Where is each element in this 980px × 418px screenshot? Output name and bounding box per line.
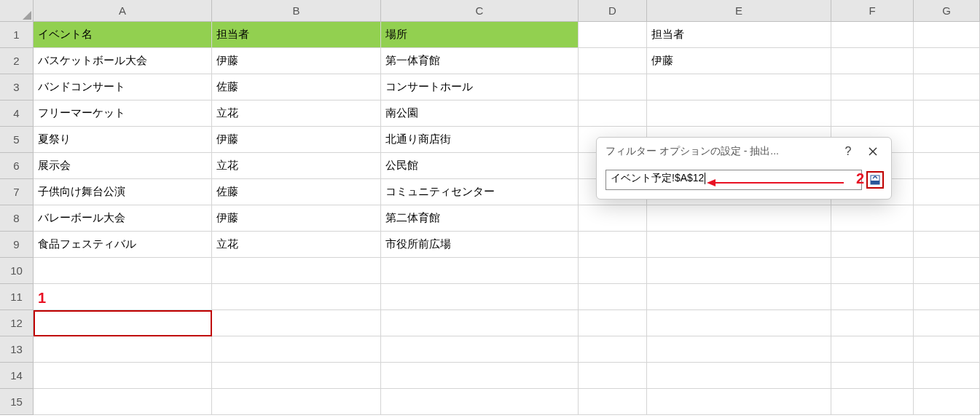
column-header-D[interactable]: D: [579, 0, 647, 22]
cell[interactable]: 立花: [212, 232, 381, 258]
row-header-12[interactable]: 12: [0, 310, 34, 336]
cell[interactable]: [831, 205, 914, 232]
cell[interactable]: [647, 389, 831, 415]
cell[interactable]: [647, 310, 831, 336]
cell[interactable]: フリーマーケット: [34, 100, 212, 127]
cell[interactable]: [914, 48, 980, 74]
row-header-2[interactable]: 2: [0, 48, 34, 74]
cell[interactable]: [381, 336, 579, 363]
cell[interactable]: [212, 310, 381, 336]
cell[interactable]: [579, 100, 647, 127]
cell[interactable]: [647, 205, 831, 232]
cell[interactable]: [212, 284, 381, 310]
cell[interactable]: [212, 336, 381, 363]
cell[interactable]: [579, 232, 647, 258]
cell[interactable]: [381, 284, 579, 310]
cell[interactable]: コンサートホール: [381, 74, 579, 100]
cell[interactable]: [831, 310, 914, 336]
cell[interactable]: [381, 310, 579, 336]
cell[interactable]: [831, 74, 914, 100]
cell[interactable]: [34, 336, 212, 363]
cell[interactable]: [914, 205, 980, 232]
cell[interactable]: バスケットボール大会: [34, 48, 212, 74]
cell[interactable]: [831, 336, 914, 363]
cell[interactable]: 立花: [212, 100, 381, 127]
row-header-6[interactable]: 6: [0, 153, 34, 179]
cell[interactable]: [212, 389, 381, 415]
row-header-1[interactable]: 1: [0, 22, 34, 48]
column-header-A[interactable]: A: [34, 0, 212, 22]
cell[interactable]: [34, 363, 212, 389]
cell[interactable]: [914, 127, 980, 153]
cell[interactable]: [212, 363, 381, 389]
cell[interactable]: [831, 100, 914, 127]
cell[interactable]: [579, 310, 647, 336]
cell[interactable]: 立花: [212, 153, 381, 179]
cell[interactable]: [831, 48, 914, 74]
cell[interactable]: [34, 310, 212, 336]
cell[interactable]: [579, 22, 647, 48]
cell[interactable]: [579, 336, 647, 363]
row-header-7[interactable]: 7: [0, 179, 34, 205]
row-header-13[interactable]: 13: [0, 336, 34, 363]
cell[interactable]: 夏祭り: [34, 127, 212, 153]
cell[interactable]: [579, 48, 647, 74]
cell[interactable]: [914, 74, 980, 100]
cell[interactable]: [914, 310, 980, 336]
cell[interactable]: [579, 205, 647, 232]
cell[interactable]: [831, 363, 914, 389]
cell[interactable]: 北通り商店街: [381, 127, 579, 153]
cell[interactable]: 展示会: [34, 153, 212, 179]
cell[interactable]: 佐藤: [212, 179, 381, 205]
cell[interactable]: [914, 336, 980, 363]
cell[interactable]: 場所: [381, 22, 579, 48]
cell[interactable]: [831, 258, 914, 284]
cell[interactable]: 伊藤: [212, 205, 381, 232]
cell[interactable]: [212, 258, 381, 284]
cell[interactable]: 伊藤: [212, 127, 381, 153]
cell[interactable]: 公民館: [381, 153, 579, 179]
row-header-5[interactable]: 5: [0, 127, 34, 153]
close-button[interactable]: [861, 141, 885, 162]
expand-dialog-button[interactable]: [866, 171, 884, 189]
cell[interactable]: 伊藤: [212, 48, 381, 74]
cell[interactable]: コミュニティセンター: [381, 179, 579, 205]
cell[interactable]: [647, 284, 831, 310]
column-header-F[interactable]: F: [831, 0, 914, 22]
cell[interactable]: [647, 100, 831, 127]
cell[interactable]: [647, 336, 831, 363]
cell[interactable]: [34, 258, 212, 284]
cell[interactable]: 伊藤: [647, 48, 831, 74]
cell[interactable]: [647, 232, 831, 258]
help-button[interactable]: ?: [836, 141, 861, 162]
row-header-15[interactable]: 15: [0, 389, 34, 415]
cell[interactable]: [34, 284, 212, 310]
cell[interactable]: [831, 389, 914, 415]
cell[interactable]: 第二体育館: [381, 205, 579, 232]
cell[interactable]: [381, 258, 579, 284]
cell[interactable]: [579, 363, 647, 389]
cell[interactable]: 食品フェスティバル: [34, 232, 212, 258]
row-header-4[interactable]: 4: [0, 100, 34, 127]
cell[interactable]: [914, 153, 980, 179]
cell[interactable]: [914, 363, 980, 389]
cell[interactable]: [647, 74, 831, 100]
cell[interactable]: [381, 389, 579, 415]
cell[interactable]: バレーボール大会: [34, 205, 212, 232]
spreadsheet-grid[interactable]: イベント名担当者場所担当者バスケットボール大会伊藤第一体育館伊藤バンドコンサート…: [34, 22, 980, 415]
column-header-G[interactable]: G: [914, 0, 980, 22]
cell[interactable]: 子供向け舞台公演: [34, 179, 212, 205]
cell[interactable]: 佐藤: [212, 74, 381, 100]
cell[interactable]: [914, 389, 980, 415]
cell[interactable]: [914, 232, 980, 258]
cell[interactable]: [647, 258, 831, 284]
cell[interactable]: [647, 363, 831, 389]
cell[interactable]: [381, 363, 579, 389]
cell[interactable]: 市役所前広場: [381, 232, 579, 258]
cell[interactable]: [914, 22, 980, 48]
cell[interactable]: [579, 284, 647, 310]
row-header-9[interactable]: 9: [0, 232, 34, 258]
column-header-E[interactable]: E: [647, 0, 831, 22]
cell[interactable]: [34, 389, 212, 415]
row-header-8[interactable]: 8: [0, 205, 34, 232]
